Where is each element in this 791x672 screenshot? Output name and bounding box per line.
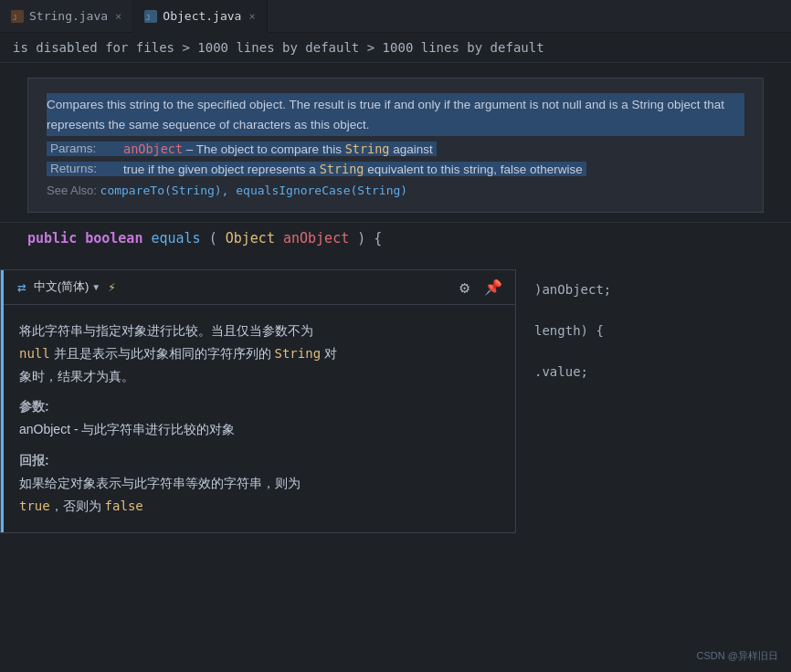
keyword-boolean: boolean [85,230,142,247]
lightning-icon: ⚡ [108,279,115,294]
right-code-line-1: )anObject; [534,278,773,301]
tab-string-java[interactable]: J String.java × [0,0,133,33]
translate-icon: ⇄ [17,278,26,296]
tab-object-java[interactable]: J Object.java × [133,0,267,33]
doc-see-also: See Also: compareTo(String), equalsIgnor… [47,184,744,197]
tab-object-java-label: Object.java [163,9,241,23]
doc-params-label: Params: [47,142,120,156]
doc-see-also-links[interactable]: compareTo(String), equalsIgnoreCase(Stri… [100,184,408,197]
trans-false-code: false [105,499,143,513]
watermark: CSDN @异样旧日 [697,649,778,663]
param-type: Object [226,230,275,247]
file-java-active-icon: J [144,10,157,23]
language-selector[interactable]: 中文(简体) ▼ [34,278,101,295]
code-signature-line: public boolean equals ( Object anObject … [0,222,791,255]
notification-bar: is disabled for files > 1000 lines by de… [0,33,791,63]
trans-returns-section: 回报: [19,449,497,472]
trans-true-code: true [19,499,50,513]
doc-returns-string: String [320,162,364,176]
trans-returns-label: 回报: [19,453,49,467]
doc-returns-label: Returns: [47,162,120,176]
lang-dropdown-arrow: ▼ [91,282,100,292]
trans-params-label: 参数: [19,399,49,414]
pin-icon[interactable]: 📌 [484,278,502,296]
right-code-text-3: .value; [534,364,588,379]
method-name: equals [151,230,200,247]
doc-params-line: Params: anObject – The object to compare… [47,142,744,156]
watermark-text: CSDN @异样旧日 [697,650,778,661]
bottom-layout: ⇄ 中文(简体) ▼ ⚡ ⚙ 📌 将此字符串与指定对象进行比较。当且仅当参数不为… [0,269,791,534]
right-code-text-1: )anObject; [534,282,611,297]
tab-bar: J String.java × J Object.java × [0,0,791,33]
right-code-panel: )anObject; length) { .value; [516,269,791,534]
left-border-indicator [1,270,4,533]
notification-arrow: > 1000 lines by default [367,40,544,55]
trans-main-text: 将此字符串与指定对象进行比较。当且仅当参数不为 null 并且是表示与此对象相同… [19,320,497,389]
doc-main-text: Compares this string to the specified ob… [47,93,744,136]
tab-string-java-label: String.java [29,9,108,23]
tab-string-java-close[interactable]: × [115,10,121,23]
language-label: 中文(简体) [34,278,90,295]
trans-returns-text: 如果给定对象表示与此字符串等效的字符串，则为 true，否则为 false [19,472,497,518]
trans-params-text: anObject - 与此字符串进行比较的对象 [19,418,497,441]
notification-text: is disabled for files > 1000 lines by de… [13,40,359,55]
close-paren-brace: ) { [357,230,382,247]
right-code-line-3: .value; [534,361,773,383]
doc-returns-value: true if the given object represents a St… [120,162,586,176]
gear-icon[interactable]: ⚙ [459,278,469,297]
tab-object-java-close[interactable]: × [248,10,255,23]
file-java-icon: J [11,10,24,23]
trans-string-code: String [275,346,322,361]
svg-text:J: J [13,13,17,21]
trans-null-code: null [19,346,50,361]
doc-returns-line: Returns: true if the given object repres… [47,162,744,176]
code-area: Compares this string to the specified ob… [0,63,791,269]
keyword-public: public [27,230,77,247]
trans-params-section: 参数: [19,395,497,418]
right-code-text-2: length) { [534,323,604,338]
param-name: anObject [283,230,349,247]
doc-see-also-label: See Also: [47,184,97,197]
svg-text:J: J [146,13,151,21]
right-code-line-2: length) { [534,320,773,342]
translation-panel-wrapper: ⇄ 中文(简体) ▼ ⚡ ⚙ 📌 将此字符串与指定对象进行比较。当且仅当参数不为… [0,269,516,534]
doc-params-value: anObject – The object to compare this St… [120,142,437,156]
trans-header: ⇄ 中文(简体) ▼ ⚡ ⚙ 📌 [1,270,515,305]
translation-panel: ⇄ 中文(简体) ▼ ⚡ ⚙ 📌 将此字符串与指定对象进行比较。当且仅当参数不为… [0,269,516,534]
trans-body: 将此字符串与指定对象进行比较。当且仅当参数不为 null 并且是表示与此对象相同… [1,305,515,533]
doc-popup: Compares this string to the specified ob… [27,78,764,213]
open-paren: ( [209,230,217,247]
doc-params-string: String [345,142,390,156]
